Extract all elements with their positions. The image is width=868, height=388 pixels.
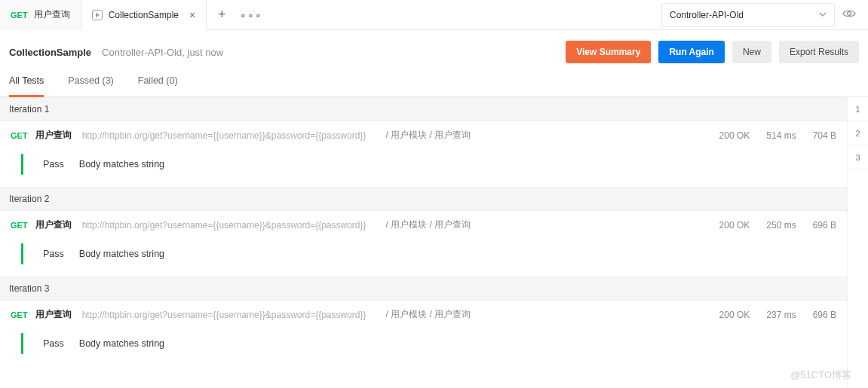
filter-passed[interactable]: Passed (3) — [68, 71, 113, 92]
iteration-block: Iteration 1GET用户查询http://httpbin.org/get… — [0, 97, 847, 187]
filter-failed[interactable]: Failed (0) — [138, 71, 178, 92]
results-list: Iteration 1GET用户查询http://httpbin.org/get… — [0, 97, 847, 388]
http-method-badge: GET — [11, 310, 28, 319]
chevron-down-icon — [819, 10, 827, 20]
new-tab-button[interactable]: + — [207, 7, 237, 23]
response-size: 704 B — [813, 130, 836, 141]
test-result-status: Pass — [38, 338, 64, 349]
http-method-badge: GET — [11, 11, 28, 20]
pass-indicator-bar — [21, 243, 23, 264]
view-summary-button[interactable]: View Summary — [566, 41, 651, 63]
test-result-row: PassBody matches string — [0, 328, 847, 366]
iteration-header[interactable]: Iteration 3 — [0, 276, 847, 301]
request-folder-path: / 用户模块 / 用户查询 — [386, 308, 471, 321]
tab-runner-active[interactable]: CollectionSample × — [81, 0, 207, 30]
test-result-status: Pass — [38, 249, 64, 259]
test-result-description: Body matches string — [79, 249, 164, 259]
request-folder-path: / 用户模块 / 用户查询 — [386, 218, 471, 231]
iteration-rail: 123 — [847, 97, 868, 388]
response-time: 250 ms — [766, 220, 796, 231]
environment-selector[interactable]: Controller-API-Old — [661, 3, 835, 27]
pass-indicator-bar — [21, 333, 23, 354]
response-size: 696 B — [813, 220, 836, 231]
test-filter-tabs: All Tests Passed (3) Failed (0) — [0, 71, 868, 97]
request-url: http://httpbin.org/get?username={{userna… — [82, 220, 367, 231]
response-status: 200 OK — [719, 310, 750, 320]
iteration-block: Iteration 2GET用户查询http://httpbin.org/get… — [0, 187, 847, 276]
iteration-rail-item[interactable]: 1 — [848, 97, 868, 121]
collection-title: CollectionSample — [9, 47, 91, 58]
http-method-badge: GET — [11, 131, 28, 140]
filter-all-tests[interactable]: All Tests — [9, 71, 44, 92]
test-result-description: Body matches string — [79, 338, 164, 349]
request-name: 用户查询 — [35, 129, 72, 142]
test-result-status: Pass — [38, 159, 64, 170]
request-name: 用户查询 — [35, 218, 72, 231]
request-row[interactable]: GET用户查询http://httpbin.org/get?username={… — [0, 301, 847, 328]
run-again-button[interactable]: Run Again — [658, 41, 725, 63]
iteration-rail-item[interactable]: 3 — [848, 145, 868, 170]
tab-bar: GET 用户查询 CollectionSample × + ∘∘∘ Contro… — [0, 0, 868, 30]
response-time: 514 ms — [766, 130, 796, 141]
close-icon[interactable]: × — [185, 9, 195, 21]
response-size: 696 B — [813, 310, 836, 320]
http-method-badge: GET — [11, 221, 28, 230]
iteration-header[interactable]: Iteration 2 — [0, 187, 847, 211]
iteration-rail-item[interactable]: 2 — [848, 121, 868, 145]
test-result-description: Body matches string — [79, 159, 164, 170]
tab-request[interactable]: GET 用户查询 — [0, 0, 81, 30]
request-url: http://httpbin.org/get?username={{userna… — [82, 310, 367, 320]
request-row[interactable]: GET用户查询http://httpbin.org/get?username={… — [0, 211, 847, 239]
response-status: 200 OK — [719, 220, 750, 231]
tab-label: 用户查询 — [34, 8, 70, 21]
iteration-header[interactable]: Iteration 1 — [0, 97, 847, 121]
test-result-row: PassBody matches string — [0, 149, 847, 187]
tab-overflow-button[interactable]: ∘∘∘ — [237, 9, 262, 21]
export-results-button[interactable]: Export Results — [779, 41, 859, 63]
test-result-row: PassBody matches string — [0, 239, 847, 276]
response-status: 200 OK — [719, 130, 750, 141]
request-name: 用户查询 — [35, 308, 72, 321]
runner-icon — [92, 10, 103, 20]
iteration-block: Iteration 3GET用户查询http://httpbin.org/get… — [0, 276, 847, 366]
tab-label: CollectionSample — [109, 10, 179, 20]
new-run-button[interactable]: New — [732, 41, 771, 63]
watermark: @51CTO博客 — [790, 368, 851, 382]
environment-name: Controller-API-Old — [670, 10, 744, 20]
pass-indicator-bar — [21, 154, 23, 175]
request-folder-path: / 用户模块 / 用户查询 — [386, 129, 471, 142]
runner-header: CollectionSample Controller-API-Old, jus… — [0, 30, 868, 71]
response-time: 237 ms — [766, 310, 796, 320]
svg-point-1 — [848, 12, 851, 16]
request-row[interactable]: GET用户查询http://httpbin.org/get?username={… — [0, 121, 847, 149]
environment-preview-icon[interactable] — [842, 7, 859, 23]
run-meta: Controller-API-Old, just now — [102, 47, 223, 58]
request-url: http://httpbin.org/get?username={{userna… — [82, 130, 367, 141]
